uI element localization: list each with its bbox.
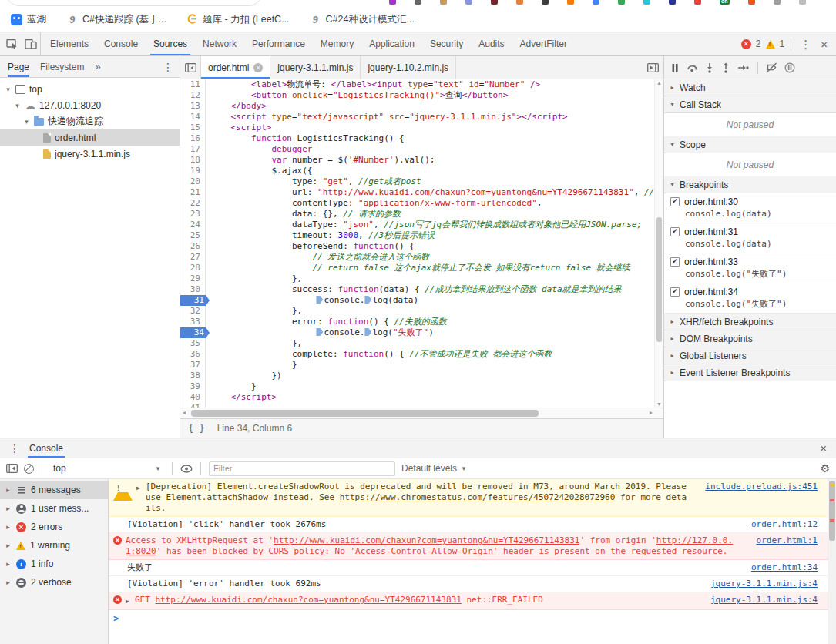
inline-breakpoint-icon[interactable] [316,296,323,304]
pretty-print-icon[interactable]: { } [188,423,205,434]
breakpoint-checkbox[interactable]: ✔ [670,257,680,267]
editor-horizontal-scrollbar[interactable]: ◂ ▸ [180,408,663,418]
pause-script-icon[interactable] [670,63,680,72]
source-link[interactable]: order.html:34 [751,562,818,573]
scroll-down-icon[interactable]: ▼ [655,401,663,407]
hide-navigator-icon[interactable] [180,56,201,79]
line-number[interactable]: 40 [180,392,206,403]
tab-performance[interactable]: Performance [244,32,313,55]
navigator-menu-icon[interactable]: ⋮ [163,61,180,73]
step-out-icon[interactable] [721,62,730,73]
console-filter-info[interactable]: ▸1 info [0,555,108,573]
expand-icon[interactable]: ▶ [136,483,142,494]
section-xhr-fetch-breakpoints[interactable]: ▸XHR/fetch Breakpoints [664,314,836,330]
breakpoint-checkbox[interactable]: ✔ [670,197,680,206]
tab-sources[interactable]: Sources [146,32,195,55]
tree-item-top[interactable]: ▾ top [0,81,180,97]
chevron-right-icon[interactable]: ▸ [5,523,12,531]
line-number[interactable]: 28 [180,263,206,273]
line-number[interactable]: 16 [180,133,206,144]
line-number[interactable]: 33 [180,317,206,327]
breakpoint-entry[interactable]: ✔order.html:31console.log(data) [664,223,836,253]
extension-on-badge[interactable]: on [720,0,730,5]
extension-icon[interactable] [669,0,676,5]
line-number[interactable]: 32 [180,306,206,317]
section-breakpoints[interactable]: ▾Breakpoints [664,176,836,193]
devtools-close-icon[interactable]: × [818,39,830,50]
filter-input[interactable] [209,461,395,476]
source-link[interactable]: jquery-3.1.1.min.js:4 [710,595,818,605]
step-over-icon[interactable] [687,62,698,72]
chevron-right-icon[interactable]: ▸ [669,369,676,376]
tab-security[interactable]: Security [422,32,471,55]
extension-icon[interactable] [542,0,549,5]
line-number[interactable]: 18 [180,155,206,166]
bookmark-item[interactable]: 蓝湖 [11,13,46,26]
inline-breakpoint-icon[interactable] [364,296,371,304]
tree-item-host[interactable]: ▾ ☁ 127.0.0.1:8020 [0,97,180,113]
omnibox[interactable] [6,0,262,6]
console-filter-warning[interactable]: ▸1 warning [0,536,108,555]
drawer-close-icon[interactable]: × [820,441,836,454]
tab-audits[interactable]: Audits [471,32,512,55]
console-message-log[interactable]: [Violation] 'click' handler took 2676mso… [109,517,836,533]
scroll-up-icon[interactable]: ▲ [655,80,663,86]
message-link[interactable]: https://www.chromestatus.com/features/45… [340,492,616,502]
line-number[interactable]: 22 [180,198,206,209]
pause-on-exceptions-icon[interactable] [784,62,795,73]
chevron-down-icon[interactable]: ▾ [669,181,676,188]
error-badge-icon[interactable]: × [741,39,751,49]
extension-icon[interactable] [618,0,625,5]
line-number[interactable]: 17 [180,144,206,155]
chevron-down-icon[interactable]: ▾ [23,118,30,126]
line-number[interactable]: 21 [180,187,206,198]
chevron-right-icon[interactable]: ▸ [669,84,676,91]
editor-tab[interactable]: jquery-3.1.1.min.js [270,56,361,79]
tab-network[interactable]: Network [195,32,244,55]
console-message-log[interactable]: 失败了order.html:34 [109,560,836,576]
drawer-menu-icon[interactable]: ⋮ [0,442,28,454]
console-message-error[interactable]: ▶GET http://www.kuaidi.com/chaxun?com=yu… [109,592,836,610]
extension-icon[interactable] [774,0,781,5]
extension-icon[interactable] [491,0,498,5]
line-number[interactable]: 20 [180,176,206,187]
chevron-down-icon[interactable]: ▾ [14,102,21,109]
chevron-right-icon[interactable]: ▸ [669,335,676,342]
chevron-right-icon[interactable]: ▸ [5,579,12,586]
console-message-warning[interactable]: ▶[Deprecation] Element.createShadowRoot … [109,479,836,517]
breakpoint-entry[interactable]: ✔order.html:33console.log("失败了") [664,253,836,283]
breakpoint-line-number[interactable]: 34 [180,327,210,338]
chevron-right-icon[interactable]: ▸ [5,560,12,568]
section-global-listeners[interactable]: ▸Global Listeners [664,347,836,364]
chevron-right-icon[interactable]: ▸ [5,486,12,494]
console-settings-icon[interactable]: ⚙ [820,462,830,475]
line-number[interactable]: 14 [180,112,206,122]
message-link[interactable]: http://www.kuaidi.com/chaxun?com=yuanton… [274,535,579,545]
line-number[interactable]: 37 [180,360,206,371]
line-number[interactable]: 36 [180,349,206,360]
warning-badge-icon[interactable] [766,40,775,49]
scrollbar-thumb[interactable] [191,410,539,417]
extension-icon[interactable] [516,0,523,5]
console-message-log[interactable]: [Violation] 'error' handler took 692msjq… [109,576,836,592]
extension-icon[interactable] [593,0,599,5]
tree-item-file[interactable]: jquery-3.1.1.min.js [0,146,180,162]
source-link[interactable]: order.html:12 [751,519,818,530]
show-debugger-icon[interactable] [647,56,663,79]
console-filter-verbose[interactable]: ▸2 verbose [0,573,108,592]
line-number[interactable]: 12 [180,90,206,101]
line-number[interactable]: 23 [180,209,206,220]
line-number[interactable]: 19 [180,166,206,176]
code-editor[interactable]: 11 <label>物流单号: </label><input type="tex… [180,79,663,408]
editor-tab[interactable]: jquery-1.10.2.min.js [361,56,456,79]
tab-page[interactable]: Page [8,56,29,77]
scroll-left-icon[interactable]: ◂ [183,409,186,416]
tab-elements[interactable]: Elements [42,32,96,55]
line-number[interactable]: 25 [180,230,206,241]
chevron-right-icon[interactable]: ▸ [5,542,12,549]
tab-console[interactable]: Console [28,438,65,458]
chevron-right-icon[interactable]: ▸ [669,352,676,359]
extension-icon[interactable] [799,0,806,5]
console-filter-user[interactable]: ▸1 user mess... [0,499,108,518]
tab-console[interactable]: Console [96,32,146,55]
